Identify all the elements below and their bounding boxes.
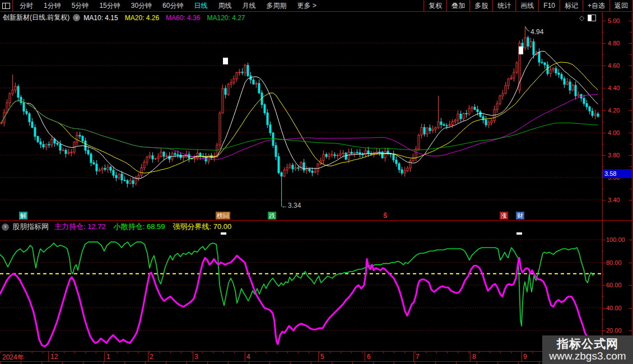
candle-body: [342, 153, 344, 154]
diamond-icon[interactable]: ◇: [579, 14, 584, 22]
tab-multi-period[interactable]: 多周期: [266, 1, 286, 11]
candle-body: [23, 102, 25, 111]
tab-daily[interactable]: 日线: [194, 1, 207, 11]
candle-body: [566, 82, 568, 84]
candle-body: [121, 174, 123, 180]
tick: [629, 240, 632, 240]
action-f10[interactable]: F10: [538, 0, 560, 11]
badge-die[interactable]: 跌: [268, 212, 276, 220]
value-tick-label: 60.00: [606, 282, 622, 288]
tick: [629, 200, 632, 200]
candle-body: [230, 83, 232, 85]
tick: [629, 155, 632, 156]
candle-body: [510, 78, 512, 79]
candle-body: [468, 109, 470, 114]
badge-bang-hui[interactable]: 榜回: [216, 212, 230, 220]
action-back[interactable]: 返回: [609, 0, 632, 11]
candle-body: [48, 144, 50, 145]
month-label: 9: [523, 353, 527, 361]
ma60-line: [2, 94, 598, 160]
tab-30min[interactable]: 30分钟: [131, 1, 152, 11]
candle-body: [90, 154, 92, 162]
action-statistics[interactable]: 统计: [492, 0, 515, 11]
action-add-watchlist[interactable]: +自选: [583, 0, 609, 11]
candle-body: [82, 136, 83, 141]
candle-body: [269, 125, 271, 133]
candle-body: [502, 94, 504, 96]
candle-body: [496, 104, 498, 109]
tab-1min[interactable]: 1分钟: [44, 1, 61, 11]
badge-jie[interactable]: 解: [19, 212, 27, 220]
candle-body: [118, 174, 120, 178]
tab-15min[interactable]: 15分钟: [99, 1, 120, 11]
action-overlay[interactable]: 叠加: [446, 0, 469, 11]
tick: [629, 88, 632, 88]
tab-5min[interactable]: 5分钟: [72, 1, 89, 11]
ma-legend-item-0: MA10: 4.15: [83, 14, 118, 22]
candle-body: [544, 63, 546, 65]
candle-body: [384, 151, 386, 158]
candle-body: [283, 170, 285, 176]
candle-body: [564, 78, 565, 84]
candle-body: [323, 155, 324, 161]
candle-body: [43, 144, 44, 147]
tab-60min[interactable]: 60分钟: [162, 1, 183, 11]
candle-body: [432, 129, 434, 130]
candle-body: [275, 146, 277, 157]
candle-body: [437, 122, 439, 128]
collapse-chevron-icon[interactable]: ∨: [73, 14, 80, 21]
candle-body: [440, 122, 442, 125]
candle-body: [143, 162, 145, 168]
candle-body: [552, 68, 554, 69]
action-mark[interactable]: 标记: [560, 0, 583, 11]
month-label: 7: [416, 353, 420, 361]
tab-more[interactable]: 更多 >: [297, 1, 316, 11]
minor-tick: [630, 99, 632, 100]
candle-body: [381, 152, 383, 158]
action-fuquan[interactable]: 复权: [423, 0, 446, 11]
pane-split-icon[interactable]: [588, 15, 596, 21]
candle-body: [286, 167, 288, 170]
main-candlestick-chart[interactable]: 4.94←3.34: [0, 12, 602, 220]
candle-body: [247, 66, 249, 76]
candle-body: [367, 151, 369, 153]
candle-body: [398, 164, 400, 170]
candle-body: [20, 97, 22, 103]
candle-body: [239, 72, 240, 73]
candle-body: [17, 86, 19, 97]
ma-legend-item-2: MA60: 4.36: [166, 14, 200, 22]
stock-app-window: 分时1分钟5分钟15分钟30分钟60分钟日线周线月线多周期更多 > 复权叠加多股…: [0, 0, 633, 364]
badge-s-signal[interactable]: Ŝ: [382, 212, 388, 220]
candle-body: [146, 157, 148, 162]
bottom-scroll-strip[interactable]: [0, 362, 633, 364]
candle-body: [141, 168, 142, 175]
tab-fenshi[interactable]: 分时: [20, 1, 33, 11]
action-draw-line[interactable]: 画线: [515, 0, 538, 11]
price-tick-label: 4.60: [608, 62, 620, 69]
candle-body: [572, 85, 574, 90]
badge-cai[interactable]: 财: [516, 212, 524, 220]
candle-body: [533, 41, 534, 54]
tab-weekly[interactable]: 周线: [218, 1, 231, 11]
toolbar-actions: 复权叠加多股统计画线F10标记+自选返回: [423, 0, 633, 11]
signal-marker: [223, 58, 228, 64]
layout-toggle-button[interactable]: [0, 0, 13, 11]
candle-body: [555, 68, 557, 73]
candle-body: [325, 155, 327, 157]
candle-body: [236, 73, 238, 79]
minor-tick: [630, 144, 632, 144]
signal-marker: [221, 232, 226, 235]
tab-monthly[interactable]: 月线: [242, 1, 255, 11]
candle-body: [339, 154, 341, 156]
action-multi-stock[interactable]: 多股: [469, 0, 492, 11]
month-separator: [48, 352, 49, 361]
candle-body: [255, 83, 257, 84]
candle-body: [297, 168, 299, 169]
candle-body: [163, 152, 165, 157]
badge-zhang[interactable]: 涨: [500, 212, 508, 220]
candle-body: [127, 180, 128, 183]
candle-body: [508, 79, 509, 86]
indicator-chart[interactable]: [0, 221, 602, 351]
collapse-chevron-icon[interactable]: ∨: [2, 223, 9, 231]
candle-body: [222, 88, 224, 113]
